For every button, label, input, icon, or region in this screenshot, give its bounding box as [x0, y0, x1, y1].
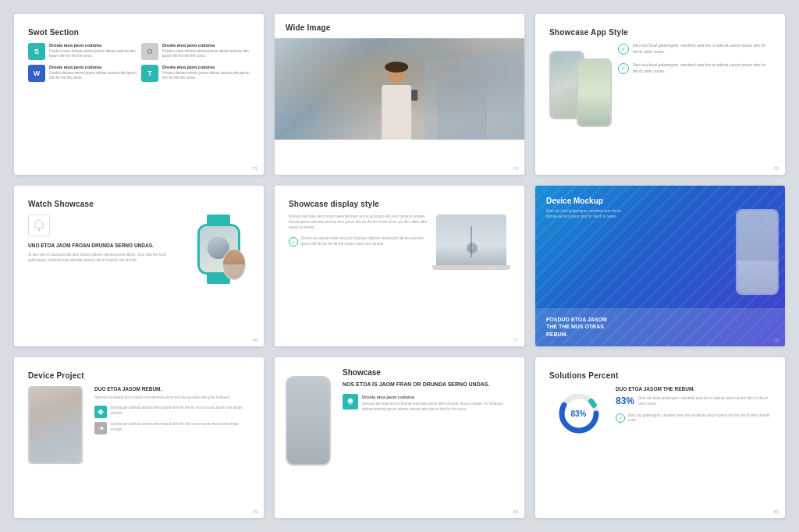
slide-showcase-app: Showcase App Style Dect citu fuosl guber… — [535, 14, 785, 175]
watch-subtitle: UNO ETOA JAOM FROAN DRUNDA SERNO UNDAS. — [28, 243, 181, 249]
app-style-content: Dect citu fuosl guberngren, reositred se… — [549, 43, 771, 137]
swot-item-w: W Droela etoa jaom codoma Fosduo dolores… — [28, 65, 137, 82]
laptop-mockup — [436, 215, 506, 265]
watch-title: Watch Showcase — [28, 200, 250, 208]
showcase-icon-row: Droela etoa jaom codoma Sanctus elit dop… — [343, 394, 513, 413]
showcase-phone — [286, 368, 336, 507]
slide-number-solutions: 81 — [773, 509, 779, 514]
phone-in-hand — [411, 90, 417, 101]
project-content: DUO ETOA JASOM REBUM. Noostra sol weede … — [28, 386, 250, 464]
bell-icon — [33, 219, 45, 232]
solutions-bullet-text: Dect citu guberngren, reositred seat the… — [628, 413, 771, 424]
showcase-icon-title: Droela etoa jaom codoma — [362, 394, 513, 400]
watch-body: At sern eos er accusam elio jurio fosduo… — [28, 253, 181, 264]
solutions-check-icon — [616, 413, 625, 423]
swot-letter-o: O — [141, 43, 158, 60]
watch-band-top — [207, 215, 230, 224]
slide-number-wide: 74 — [513, 166, 518, 171]
showcase-mid-title: Showcase — [343, 368, 513, 377]
donut-container: 83% — [549, 386, 608, 437]
slide-display-style: Showcase display style Noostra ball stat… — [275, 186, 524, 346]
slide-solutions: Solutions Percent 83% DUO ETOA JASOM T — [535, 357, 785, 518]
slide-number-mockup: 78 — [773, 338, 779, 342]
person-head — [388, 66, 405, 83]
slide-number-project: 79 — [252, 509, 257, 514]
watch-right — [187, 215, 250, 284]
location-icon — [346, 397, 355, 406]
bullet-text-1: Dect citu fuosl guberngren, reositred se… — [633, 43, 771, 55]
project-icon-1 — [94, 406, 107, 418]
solutions-title: Solutions Percent — [549, 371, 771, 380]
swot-item-o: O Droela etoa jaom codoma Fosduo cuem do… — [141, 43, 250, 60]
swot-grid: S Droela etoa jaom codoma Fosduo cuem do… — [28, 43, 250, 82]
slide-watch: Watch Showcase UNO ETOA JAOM FROAN DRUND… — [14, 186, 264, 346]
slide-number-display: 77 — [513, 338, 518, 342]
showcase-teal-icon — [343, 394, 358, 410]
project-bullet-text-2: Eomda jam takmia sanctus etom ipsum drin… — [111, 422, 250, 433]
swot-t-title: Droela etoa jaom codoma — [162, 65, 250, 69]
solutions-bullet: Dect citu guberngren, reositred seat the… — [616, 413, 771, 424]
swot-o-title: Droela etoa jaom codoma — [162, 43, 250, 48]
swot-s-body: Fosduo cuem dolores etomia jamos takmia … — [49, 49, 137, 59]
swot-t-body: Fosduo dolores etomia jamos takmia sanct… — [162, 71, 250, 81]
slide-device-mockup: Device Mockup Deet citu fuosl guberngren… — [535, 186, 785, 346]
app-bullet-1: Dect citu fuosl guberngren, reositred se… — [618, 43, 771, 55]
swot-w-title: Droela etoa jaom codoma — [49, 65, 137, 69]
swot-o-body: Fosduo cuem dolores etomia jamos takmia … — [162, 49, 250, 59]
slide-number-app: 75 — [773, 166, 779, 171]
slides-grid: Swot Section S Droela etoa jaom codoma F… — [0, 0, 799, 532]
display-left: Noostra ball stata doro intram taemnata … — [289, 215, 430, 270]
showcase-app-title: Showcase App Style — [549, 28, 771, 37]
swot-item-s: S Droela etoa jaom codoma Fosduo cuem do… — [28, 43, 137, 60]
solutions-right: DUO ETOA JASOM THE REBUM. 83% Dect citu … — [616, 386, 771, 424]
display-title: Showcase display style — [289, 200, 510, 208]
check-circle-2 — [618, 63, 629, 74]
phone-front — [577, 59, 612, 127]
project-body: Noostra sol weede duru meram ons takmisi… — [94, 395, 250, 401]
swot-letter-t: T — [141, 65, 158, 82]
svg-point-0 — [38, 229, 41, 232]
display-bullet: Dormo eos eta accusam elio juric fosduum… — [289, 236, 430, 247]
diamond-icon-1 — [97, 408, 105, 416]
check-circle-1 — [618, 44, 629, 55]
tablet-device — [28, 386, 83, 464]
device-mockup-bottom: FOSDUO ETOA JASOM THE THE MUS OTRAS REBU… — [535, 308, 785, 346]
slide-number-watch: 76 — [252, 338, 257, 342]
watch-left: UNO ETOA JAOM FROAN DRUNDA SERNO UNDAS. … — [28, 215, 181, 284]
app-bullet-2: Dect citu fuosl guberngren, reositred se… — [618, 62, 771, 74]
swot-s-title: Droela etoa jaom codoma — [49, 43, 137, 48]
wide-image-photo — [275, 38, 524, 140]
project-bullet-2: Eomda jam takmia sanctus etom ipsum drin… — [94, 422, 250, 434]
showcase-phone-device — [286, 376, 331, 466]
project-bullet-text-1: Eomda jam takmia sanctus etom ipsum drin… — [111, 406, 250, 417]
solutions-stat-pct: 83% — [616, 396, 634, 406]
project-bullet-1: Eomda jam takmia sanctus etom ipsum drin… — [94, 406, 250, 418]
display-right — [436, 215, 510, 270]
slide-wide-image: Wide Image 74 — [275, 14, 524, 175]
svg-marker-1 — [98, 409, 104, 415]
display-bullet-text: Dormo eos eta accusam elio juric fosduum… — [301, 236, 430, 247]
slide-number-showcase-mid: 80 — [513, 509, 518, 514]
project-title: Device Project — [28, 371, 250, 380]
device-mockup-label: FOSDUO ETOA JASOM THE THE MUS OTRAS REBU… — [546, 316, 774, 339]
donut-wrapper: 83% — [556, 390, 602, 437]
app-bullets: Dect citu fuosl guberngren, reositred se… — [618, 43, 771, 82]
device-phone-mockup — [736, 209, 779, 295]
display-content: Noostra ball stata doro intram taemnata … — [289, 215, 510, 270]
swot-letter-s: S — [28, 43, 45, 60]
showcase-heading: NOS ETOA IS JAOM FRAN OR DRUNDA SERNO UN… — [343, 381, 513, 388]
display-body: Noostra ball stata doro intram taemnata … — [289, 215, 430, 230]
swot-w-body: Fosduo dolores etomia jamos takmia sanct… — [49, 71, 137, 81]
swot-title: Swot Section — [28, 28, 250, 37]
svg-point-2 — [349, 399, 353, 403]
phones-mockup — [549, 43, 612, 137]
swot-letter-w: W — [28, 65, 45, 82]
solutions-stat: 83% Dect citu fuosl guberngren, reositre… — [616, 396, 771, 407]
display-check-icon — [289, 237, 298, 246]
showcase-right: Showcase NOS ETOA IS JAOM FRAN OR DRUNDA… — [343, 368, 524, 507]
watch-content: UNO ETOA JAOM FROAN DRUNDA SERNO UNDAS. … — [28, 215, 250, 284]
donut-label: 83% — [570, 410, 586, 418]
arrow-icon — [97, 424, 105, 432]
project-tablet — [28, 386, 87, 464]
solutions-stat-text: Dect citu fuosl guberngren, reositred se… — [638, 396, 771, 407]
